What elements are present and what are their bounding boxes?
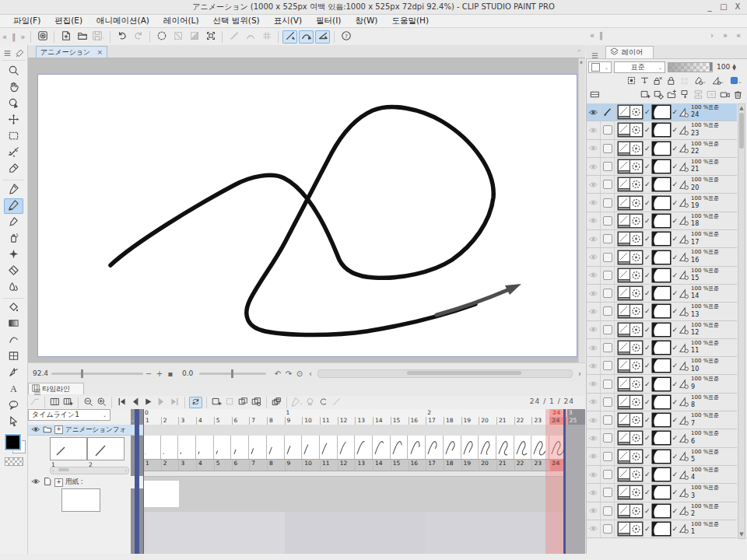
tool-zoom[interactable] xyxy=(4,64,23,79)
animation-folder-row[interactable]: + アニメーションフォルダ xyxy=(28,425,143,436)
invert-selection-button[interactable] xyxy=(187,30,202,44)
undo-button[interactable] xyxy=(114,30,129,44)
layer-row-5[interactable]: ✓✓100 %표준5 xyxy=(587,448,737,466)
cel-number-15[interactable]: 15 xyxy=(391,460,409,471)
layer-row-15[interactable]: ✓✓100 %표준15 xyxy=(587,267,737,285)
check-icon[interactable]: ✓ xyxy=(672,307,679,315)
cel-number-22[interactable]: 22 xyxy=(514,460,532,471)
layer-row-11[interactable]: ✓✓100 %표준11 xyxy=(587,339,737,357)
check-icon[interactable]: ✓ xyxy=(672,180,679,188)
ruler-badge-icon[interactable] xyxy=(679,470,689,480)
mask-thumbnail[interactable] xyxy=(651,231,672,247)
cel-4[interactable] xyxy=(196,436,214,459)
create-mask-button[interactable] xyxy=(705,89,718,101)
mask-thumbnail[interactable] xyxy=(651,122,672,138)
layer-row-16[interactable]: ✓✓100 %표준16 xyxy=(587,248,737,266)
ruler-options-button[interactable]: ⌄ xyxy=(709,75,727,87)
cel-layer-thumbnail[interactable] xyxy=(617,195,644,211)
check-icon[interactable]: ✓ xyxy=(644,235,651,243)
check-icon[interactable]: ✓ xyxy=(644,254,651,261)
check-icon[interactable]: ✓ xyxy=(644,507,651,515)
cel-21[interactable] xyxy=(496,436,514,459)
opacity-slider[interactable] xyxy=(668,62,713,72)
layer-camera-button[interactable] xyxy=(718,89,731,101)
cel-15[interactable] xyxy=(391,436,409,459)
cel-layer-thumbnail[interactable] xyxy=(617,521,644,537)
ruler-badge-icon[interactable] xyxy=(679,107,689,117)
ruler-badge-icon[interactable] xyxy=(679,162,689,172)
tool-blend[interactable] xyxy=(4,280,23,296)
ruler-badge-icon[interactable] xyxy=(679,343,689,353)
expand-icon[interactable]: + xyxy=(54,478,63,487)
mask-thumbnail[interactable] xyxy=(651,303,672,319)
eye-icon[interactable] xyxy=(587,234,600,244)
layer-row-20[interactable]: ✓✓100 %표준20 xyxy=(587,176,737,194)
cel-layer-thumbnail[interactable] xyxy=(617,231,644,247)
cel-13[interactable] xyxy=(355,436,373,459)
cel-1[interactable] xyxy=(143,436,161,459)
ruler-badge-icon[interactable] xyxy=(679,361,689,371)
cel-layer-thumbnail[interactable] xyxy=(617,303,644,319)
timeline-select-button[interactable] xyxy=(48,397,61,408)
new-raster-layer-button[interactable] xyxy=(639,89,652,101)
cmdbar-expand-right-icon[interactable]: » xyxy=(18,33,27,41)
skip-to-end-button[interactable] xyxy=(168,397,181,408)
tool-rotate-canvas[interactable] xyxy=(4,96,23,112)
cel-number-2[interactable]: 2 xyxy=(161,460,179,471)
lock-transparent-pixel-button[interactable] xyxy=(651,75,665,87)
check-icon[interactable]: ✓ xyxy=(672,254,679,261)
check-icon[interactable]: ✓ xyxy=(644,217,651,225)
layer-palette-color-button[interactable]: ⌄ xyxy=(727,75,745,87)
cel-layer-thumbnail[interactable] xyxy=(617,358,644,373)
edit-checkbox[interactable] xyxy=(600,285,615,302)
check-icon[interactable]: ✓ xyxy=(644,416,651,424)
crop-frame-button[interactable] xyxy=(203,30,218,44)
eye-icon[interactable] xyxy=(587,451,600,461)
check-icon[interactable]: ✓ xyxy=(644,199,651,207)
mask-thumbnail[interactable] xyxy=(651,159,672,174)
snap-to-grid-button[interactable] xyxy=(315,30,330,44)
eye-icon[interactable] xyxy=(587,143,600,153)
cel-number-7[interactable]: 7 xyxy=(249,460,267,471)
maximize-button[interactable]: □ xyxy=(717,2,730,12)
cel-layer-thumbnail[interactable] xyxy=(617,376,644,392)
menu-item-2[interactable]: 애니메이션(A) xyxy=(89,16,156,26)
cel-6[interactable] xyxy=(232,436,250,459)
edit-checkbox[interactable] xyxy=(600,230,615,247)
check-icon[interactable]: ✓ xyxy=(672,289,679,297)
transparent-color-chip[interactable] xyxy=(5,457,23,466)
canvas-vertical-scrollbar[interactable]: ▲ xyxy=(578,58,585,362)
rotation-slider[interactable] xyxy=(199,373,266,375)
panel-handle-icon[interactable]: ‖ xyxy=(597,31,605,40)
tool-fill[interactable] xyxy=(4,300,23,316)
layer-row-18[interactable]: ✓✓100 %표준18 xyxy=(587,212,737,230)
eye-icon[interactable] xyxy=(587,198,600,208)
folder-track-strip[interactable] xyxy=(143,425,585,436)
cel-16[interactable] xyxy=(409,436,426,459)
check-icon[interactable]: ✓ xyxy=(644,289,651,297)
layer-row-24[interactable]: ✓✓100 %표준24 xyxy=(587,103,737,121)
snap-grid-off-button[interactable] xyxy=(259,30,274,44)
cel-19[interactable] xyxy=(461,436,479,459)
set-as-draft-button[interactable]: ⌄ xyxy=(691,75,709,87)
zoom-in-button[interactable] xyxy=(95,397,108,408)
ruler-badge-icon[interactable] xyxy=(679,451,689,461)
check-icon[interactable]: ✓ xyxy=(644,108,651,116)
tool-auto-select[interactable] xyxy=(4,145,23,161)
check-icon[interactable]: ✓ xyxy=(672,398,679,406)
cel-number-12[interactable]: 12 xyxy=(338,460,356,471)
fit-to-screen-button[interactable]: ▪ xyxy=(165,369,176,378)
ruler-badge-icon[interactable] xyxy=(679,306,689,317)
tool-figure[interactable] xyxy=(4,333,23,348)
layer-row-8[interactable]: ✓✓100 %표준8 xyxy=(587,394,737,411)
cel-layer-thumbnail[interactable] xyxy=(617,268,644,283)
playhead-bar[interactable] xyxy=(135,409,139,554)
layer-row-12[interactable]: ✓✓100 %표준12 xyxy=(587,321,737,339)
eye-icon[interactable] xyxy=(587,252,600,262)
layer-row-22[interactable]: ✓✓100 %표준22 xyxy=(587,140,737,158)
cel-number-10[interactable]: 10 xyxy=(302,460,320,471)
layer-row-3[interactable]: ✓✓100 %표준3 xyxy=(587,484,737,502)
edit-checkbox[interactable] xyxy=(600,448,615,465)
new-layer-settings-button[interactable] xyxy=(652,89,665,101)
eye-icon[interactable] xyxy=(31,425,40,436)
